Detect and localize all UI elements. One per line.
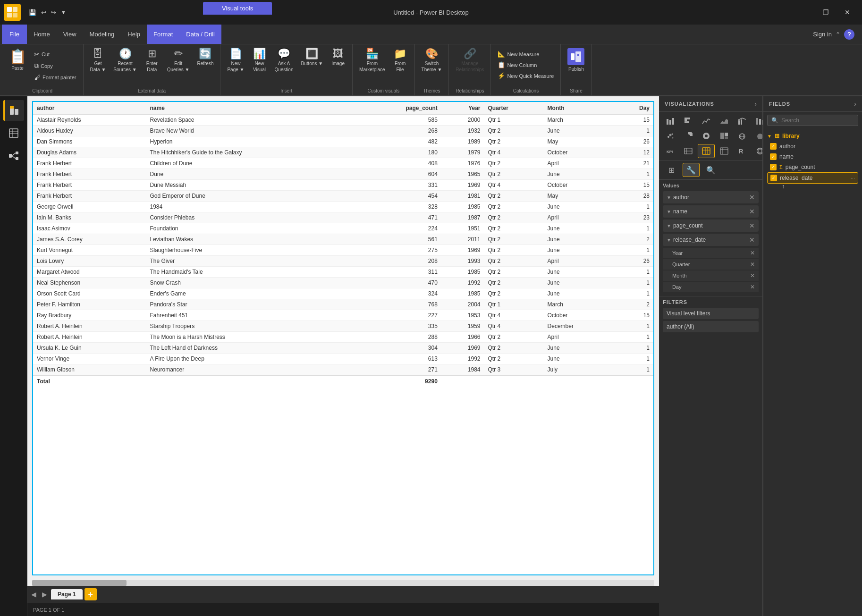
help-btn[interactable]: ? — [844, 29, 854, 40]
viz-icon-filled-map[interactable] — [752, 129, 763, 143]
table-row[interactable]: Dan SimmonsHyperion4821989Qtr 2May26 — [33, 136, 653, 147]
data-view-btn[interactable] — [3, 123, 24, 143]
switch-theme-btn[interactable]: 🎨 SwitchTheme ▼ — [419, 46, 445, 75]
add-page-btn[interactable]: + — [85, 588, 97, 600]
table-row[interactable]: Frank HerbertDune Messiah3311969Qtr 4Oct… — [33, 180, 653, 191]
name-remove-btn[interactable]: ✕ — [749, 208, 755, 215]
author-remove-btn[interactable]: ✕ — [749, 194, 755, 201]
library-table-header[interactable]: ▼ ⊞ library — [767, 131, 858, 141]
viz-icon-matrix[interactable] — [716, 144, 733, 158]
name-dropdown-arrow[interactable]: ▼ — [667, 209, 671, 214]
fields-search-input[interactable] — [781, 117, 854, 124]
buttons-btn[interactable]: 🔳 Buttons ▼ — [298, 46, 326, 68]
author-filter[interactable]: author (All) — [663, 321, 759, 332]
new-quick-measure-btn[interactable]: ⚡New Quick Measure — [495, 71, 557, 81]
releasedate-dropdown-arrow[interactable]: ▼ — [667, 237, 671, 243]
field-page_count[interactable]: ✓ Σ page_count — [767, 162, 858, 172]
viz-icon-area[interactable] — [716, 114, 733, 128]
table-row[interactable]: Neal StephensonSnow Crash4701992Qtr 2Jun… — [33, 278, 653, 288]
table-row[interactable]: Alastair ReynoldsRevelation Space5852000… — [33, 115, 653, 126]
new-measure-btn[interactable]: 📐New Measure — [495, 49, 557, 59]
year-remove-btn[interactable]: ✕ — [750, 250, 755, 256]
recent-sources-btn[interactable]: 🕐 RecentSources ▼ — [110, 46, 139, 75]
maximize-btn[interactable]: ❐ — [815, 5, 837, 20]
close-btn[interactable]: ✕ — [837, 5, 858, 20]
viz-icon-globe[interactable] — [752, 144, 763, 158]
page-tab-1[interactable]: Page 1 — [51, 589, 83, 599]
table-row[interactable]: Orson Scott CardEnder's Game3241985Qtr 2… — [33, 288, 653, 299]
from-file-btn[interactable]: 📁 FromFile — [390, 46, 411, 75]
viz-icon-pie[interactable] — [680, 129, 697, 143]
refresh-btn[interactable]: 🔄 Refresh — [194, 46, 216, 68]
col-quarter[interactable]: Quarter — [484, 102, 544, 115]
viz-icon-ribbon[interactable] — [752, 114, 763, 128]
day-remove-btn[interactable]: ✕ — [750, 284, 755, 290]
table-row[interactable]: Ursula K. Le GuinThe Left Hand of Darkne… — [33, 343, 653, 354]
field-author[interactable]: ✓ author — [767, 141, 858, 152]
format-painter-btn[interactable]: 🖌Format painter — [31, 72, 79, 83]
name-checkbox[interactable]: ✓ — [770, 153, 777, 160]
sign-in-btn[interactable]: Sign in — [813, 31, 832, 38]
copy-btn[interactable]: ⧉Copy — [31, 60, 79, 71]
viz-icon-kpi[interactable]: KPI — [662, 144, 679, 158]
table-row[interactable]: Aldous HuxleyBrave New World2681932Qtr 2… — [33, 126, 653, 136]
field-name[interactable]: ✓ name — [767, 152, 858, 162]
fields-icon-btn[interactable]: ⊞ — [663, 163, 680, 177]
releasedate-checkbox[interactable]: ✓ — [770, 175, 777, 181]
format-menu-item[interactable]: Format — [147, 25, 179, 44]
format-icon-btn[interactable]: 🔧 — [683, 163, 700, 177]
pagecount-checkbox[interactable]: ✓ — [770, 164, 777, 170]
from-marketplace-btn[interactable]: 🏪 FromMarketplace — [356, 46, 388, 75]
table-row[interactable]: Frank HerbertChildren of Dune4081976Qtr … — [33, 158, 653, 169]
dropdown-qat-btn[interactable]: ▼ — [59, 8, 68, 17]
new-visual-btn[interactable]: 📊 NewVisual — [249, 46, 270, 75]
report-view-btn[interactable] — [3, 100, 24, 121]
quarter-remove-btn[interactable]: ✕ — [750, 261, 755, 268]
viz-icon-scatter[interactable] — [662, 129, 679, 143]
file-menu-item[interactable]: File — [2, 25, 27, 44]
image-btn[interactable]: 🖼 Image — [328, 46, 348, 68]
view-menu-item[interactable]: View — [57, 25, 83, 44]
viz-icon-slicer[interactable] — [680, 144, 697, 158]
table-row[interactable]: Douglas AdamsThe Hitchhiker's Guide to t… — [33, 147, 653, 158]
table-row[interactable]: Robert A. HeinleinStarship Troopers33519… — [33, 321, 653, 332]
scrollbar-thumb[interactable] — [32, 580, 127, 586]
release-date-menu-btn[interactable]: ··· — [851, 175, 855, 181]
col-month[interactable]: Month — [544, 102, 616, 115]
viz-icon-treemap[interactable] — [716, 129, 733, 143]
table-row[interactable]: William GibsonNeuromancer2711984Qtr 3Jul… — [33, 364, 653, 376]
author-dropdown-arrow[interactable]: ▼ — [667, 195, 671, 200]
next-page-btn[interactable]: ▶ — [40, 591, 49, 598]
table-row[interactable]: Frank HerbertDune6041965Qtr 2June1 — [33, 169, 653, 180]
viz-icon-bar[interactable] — [680, 114, 697, 128]
edit-queries-btn[interactable]: ✏ EditQueries ▼ — [164, 46, 193, 75]
analytics-icon-btn[interactable]: 🔍 — [702, 163, 719, 177]
undo-qat-btn[interactable]: ↩ — [40, 8, 48, 17]
table-row[interactable]: Robert A. HeinleinThe Moon is a Harsh Mi… — [33, 332, 653, 343]
table-row[interactable]: Vernor VingeA Fire Upon the Deep6131992Q… — [33, 354, 653, 364]
table-row[interactable]: James S.A. CoreyLeviathan Wakes5612011Qt… — [33, 234, 653, 245]
viz-icon-stacked-bar[interactable] — [662, 114, 679, 128]
col-page_count[interactable]: page_count — [358, 102, 441, 115]
releasedate-remove-btn[interactable]: ✕ — [749, 236, 755, 244]
redo-qat-btn[interactable]: ↪ — [50, 8, 58, 17]
pagecount-remove-btn[interactable]: ✕ — [749, 222, 755, 229]
viz-icon-donut[interactable] — [698, 129, 715, 143]
table-row[interactable]: Margaret AtwoodThe Handmaid's Tale311198… — [33, 267, 653, 278]
save-qat-btn[interactable]: 💾 — [27, 8, 38, 17]
get-data-btn[interactable]: 🗄 GetData ▼ — [87, 46, 109, 75]
viz-collapse-btn[interactable]: › — [754, 100, 757, 108]
minimize-btn[interactable]: — — [793, 5, 815, 20]
table-row[interactable]: George Orwell19843281985Qtr 2June1 — [33, 202, 653, 212]
col-year[interactable]: Year — [441, 102, 484, 115]
data-drill-menu-item[interactable]: Data / Drill — [179, 25, 221, 44]
table-row[interactable]: Lois LowryThe Giver2081993Qtr 2April26 — [33, 256, 653, 267]
col-day[interactable]: Day — [615, 102, 653, 115]
visual-tools-tab[interactable]: Visual tools — [203, 2, 272, 15]
pagecount-dropdown-arrow[interactable]: ▼ — [667, 223, 671, 228]
modeling-menu-item[interactable]: Modeling — [83, 25, 121, 44]
paste-btn[interactable]: 📋 Paste — [6, 46, 29, 73]
horizontal-scrollbar[interactable] — [32, 580, 654, 586]
viz-icon-map[interactable] — [734, 129, 751, 143]
table-row[interactable]: Isaac AsimovFoundation2241951Qtr 2June1 — [33, 223, 653, 234]
